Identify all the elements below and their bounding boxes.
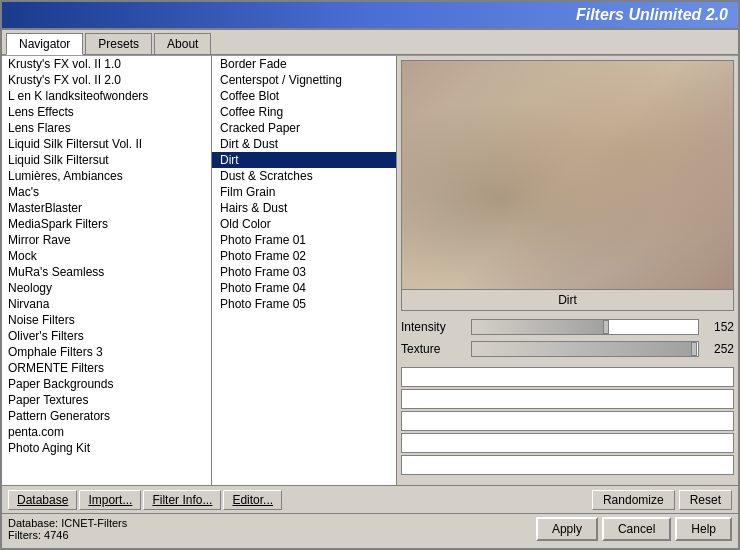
left-list-item[interactable]: Photo Aging Kit — [2, 440, 211, 456]
left-list-item[interactable]: Paper Textures — [2, 392, 211, 408]
middle-list-item[interactable]: Centerspot / Vignetting — [212, 72, 396, 88]
slider-value-1: 252 — [699, 342, 734, 356]
empty-row-4 — [401, 433, 734, 453]
database-label: Database: — [8, 517, 58, 529]
status-bar: Database: ICNET-Filters Filters: 4746 Ap… — [2, 513, 738, 543]
preview-label: Dirt — [401, 290, 734, 311]
empty-row-1 — [401, 367, 734, 387]
slider-thumb-1[interactable] — [691, 342, 697, 356]
slider-fill-1 — [472, 342, 696, 356]
slider-label-0: Intensity — [401, 320, 471, 334]
middle-list-item[interactable]: Photo Frame 05 — [212, 296, 396, 312]
left-list-item[interactable]: Mirror Rave — [2, 232, 211, 248]
left-list-item[interactable]: MasterBlaster — [2, 200, 211, 216]
middle-list-item[interactable]: Hairs & Dust — [212, 200, 396, 216]
middle-list-item[interactable]: Border Fade — [212, 56, 396, 72]
empty-row-3 — [401, 411, 734, 431]
tab-strip: Navigator Presets About — [2, 30, 738, 55]
help-button[interactable]: Help — [675, 517, 732, 541]
left-list-item[interactable]: Nirvana — [2, 296, 211, 312]
bottom-toolbar: Database Import... Filter Info... Editor… — [2, 485, 738, 513]
status-text: Database: ICNET-Filters Filters: 4746 — [8, 517, 532, 541]
left-list-item[interactable]: Oliver's Filters — [2, 328, 211, 344]
left-list-item[interactable]: Lumières, Ambiances — [2, 168, 211, 184]
left-list[interactable]: Krusty's FX vol. II 1.0Krusty's FX vol. … — [2, 56, 211, 485]
left-list-item[interactable]: Paper Backgrounds — [2, 376, 211, 392]
middle-list-item[interactable]: Dust & Scratches — [212, 168, 396, 184]
left-list-item[interactable]: Mock — [2, 248, 211, 264]
left-list-item[interactable]: MediaSpark Filters — [2, 216, 211, 232]
left-list-item[interactable]: MuRa's Seamless — [2, 264, 211, 280]
left-list-item[interactable]: Lens Flares — [2, 120, 211, 136]
middle-list-item[interactable]: Photo Frame 01 — [212, 232, 396, 248]
slider-track-0[interactable] — [471, 319, 699, 335]
empty-row-2 — [401, 389, 734, 409]
middle-list-item[interactable]: Old Color — [212, 216, 396, 232]
tab-navigator[interactable]: Navigator — [6, 33, 83, 55]
editor-button[interactable]: Editor... — [223, 490, 282, 510]
slider-thumb-0[interactable] — [603, 320, 609, 334]
reset-button[interactable]: Reset — [679, 490, 732, 510]
main-content: Krusty's FX vol. II 1.0Krusty's FX vol. … — [2, 55, 738, 485]
middle-list-item[interactable]: Dirt & Dust — [212, 136, 396, 152]
left-list-item[interactable]: Omphale Filters 3 — [2, 344, 211, 360]
slider-row-1: Texture252 — [401, 341, 734, 357]
filters-label: Filters: — [8, 529, 41, 541]
left-list-item[interactable]: Neology — [2, 280, 211, 296]
slider-value-0: 152 — [699, 320, 734, 334]
title-text: Filters Unlimited 2.0 — [576, 6, 728, 23]
middle-list-item[interactable]: Photo Frame 04 — [212, 280, 396, 296]
left-list-item[interactable]: L en K landksiteofwonders — [2, 88, 211, 104]
left-list-item[interactable]: Krusty's FX vol. II 2.0 — [2, 72, 211, 88]
empty-row-5 — [401, 455, 734, 475]
middle-list-item[interactable]: Coffee Ring — [212, 104, 396, 120]
preview-area — [401, 60, 734, 290]
tab-about[interactable]: About — [154, 33, 211, 54]
middle-list-item[interactable]: Photo Frame 02 — [212, 248, 396, 264]
cancel-button[interactable]: Cancel — [602, 517, 671, 541]
randomize-button[interactable]: Randomize — [592, 490, 675, 510]
left-panel: Krusty's FX vol. II 1.0Krusty's FX vol. … — [2, 56, 212, 485]
apply-button[interactable]: Apply — [536, 517, 598, 541]
slider-row-0: Intensity152 — [401, 319, 734, 335]
left-list-item[interactable]: Liquid Silk Filtersut Vol. II — [2, 136, 211, 152]
tab-presets[interactable]: Presets — [85, 33, 152, 54]
left-list-item[interactable]: ORMENTE Filters — [2, 360, 211, 376]
left-list-item[interactable]: Liquid Silk Filtersut — [2, 152, 211, 168]
database-button[interactable]: Database — [8, 490, 77, 510]
middle-panel: Border FadeCenterspot / VignettingCoffee… — [212, 56, 397, 485]
left-list-item[interactable]: Krusty's FX vol. II 1.0 — [2, 56, 211, 72]
middle-list-item[interactable]: Photo Frame 03 — [212, 264, 396, 280]
left-list-item[interactable]: Lens Effects — [2, 104, 211, 120]
slider-track-1[interactable] — [471, 341, 699, 357]
preview-image — [402, 61, 733, 289]
left-list-item[interactable]: Noise Filters — [2, 312, 211, 328]
middle-list-item[interactable]: Coffee Blot — [212, 88, 396, 104]
slider-fill-0 — [472, 320, 608, 334]
middle-list-item[interactable]: Cracked Paper — [212, 120, 396, 136]
import-button[interactable]: Import... — [79, 490, 141, 510]
slider-label-1: Texture — [401, 342, 471, 356]
slider-section: Intensity152Texture252 — [401, 319, 734, 363]
database-value: ICNET-Filters — [61, 517, 127, 529]
empty-rows — [401, 367, 734, 477]
middle-list-item[interactable]: Dirt — [212, 152, 396, 168]
title-bar: Filters Unlimited 2.0 — [2, 2, 738, 30]
left-list-item[interactable]: penta.com — [2, 424, 211, 440]
middle-list-item[interactable]: Film Grain — [212, 184, 396, 200]
right-panel: Dirt Intensity152Texture252 — [397, 56, 738, 485]
left-list-item[interactable]: Pattern Generators — [2, 408, 211, 424]
left-list-item[interactable]: Mac's — [2, 184, 211, 200]
filters-value: 4746 — [44, 529, 68, 541]
filter-info-button[interactable]: Filter Info... — [143, 490, 221, 510]
